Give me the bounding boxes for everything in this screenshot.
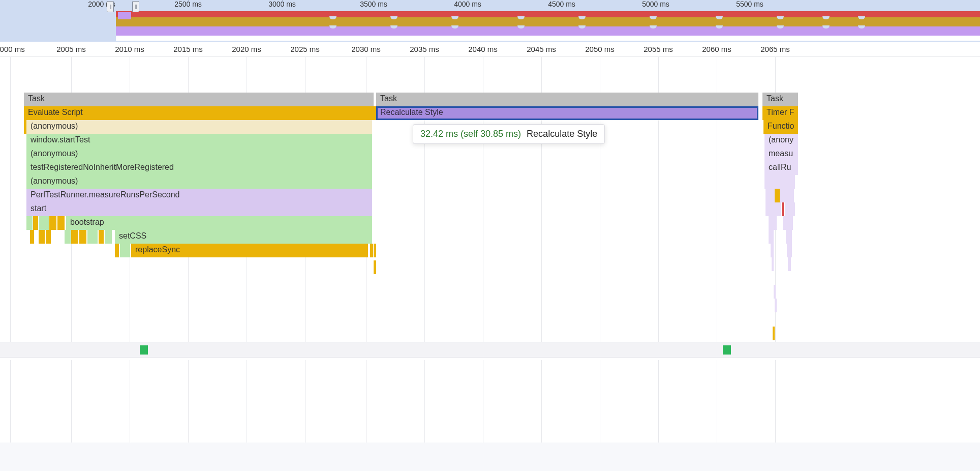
flame-chip[interactable] (120, 244, 130, 257)
flame-chip[interactable] (87, 230, 98, 244)
flame-timer-fired[interactable]: Timer F (762, 106, 798, 120)
ruler-tick: 2055 ms (644, 45, 673, 53)
ruler-tick: 2010 ms (115, 45, 144, 53)
flame-chip[interactable] (374, 260, 376, 274)
flame-chip[interactable] (775, 189, 780, 202)
ruler-tick: 2000 ms (0, 45, 25, 53)
ruler-tick: 2060 ms (702, 45, 731, 53)
flame-chip[interactable] (79, 230, 86, 244)
flame-anonymous[interactable]: (anony (764, 134, 798, 148)
flame-chip[interactable] (39, 230, 45, 244)
flame-chip[interactable] (774, 285, 776, 299)
flame-chip[interactable] (26, 216, 33, 230)
overview-tick: 4500 ms (548, 0, 575, 9)
overview-tick: 2500 ms (174, 0, 202, 9)
task-bar[interactable]: Task (24, 93, 374, 106)
flame-chip[interactable] (782, 202, 784, 216)
flame-chip[interactable] (772, 257, 774, 271)
flame-chip[interactable] (775, 299, 777, 312)
flame-chip[interactable] (370, 244, 373, 257)
flame-recalculate-style-selected[interactable]: Recalculate Style (376, 106, 758, 120)
ruler-tick: 2025 ms (290, 45, 320, 53)
flame-chip[interactable] (57, 216, 65, 230)
task-label: Task (24, 93, 49, 103)
gridline (10, 57, 11, 443)
flame-perftestrunner[interactable]: PerfTestRunner.measureRunsPerSecond (26, 189, 372, 202)
flame-chip[interactable] (764, 175, 795, 189)
flame-callrun[interactable]: callRu (764, 161, 798, 175)
overview-tick: 4000 ms (454, 0, 481, 9)
flame-window-starttest[interactable]: window.startTest (26, 134, 372, 148)
flame-chip[interactable] (71, 230, 78, 244)
flame-evaluate-script[interactable]: Evaluate Script (24, 106, 374, 120)
ruler-tick: 2035 ms (410, 45, 439, 53)
flame-chip[interactable] (24, 120, 26, 134)
overview-chunk (118, 12, 131, 19)
bottom-marker[interactable] (140, 345, 148, 355)
flame-chip[interactable] (769, 230, 774, 244)
overview-band-scripting (116, 17, 980, 26)
flame-chip[interactable] (765, 189, 794, 202)
flame-chip[interactable] (785, 202, 795, 216)
flame-chip[interactable] (105, 230, 112, 244)
ruler-tick: 2045 ms (527, 45, 556, 53)
tooltip-label: Recalculate Style (527, 129, 597, 139)
timeline-ruler[interactable]: 2000 ms2005 ms2010 ms2015 ms2020 ms2025 … (0, 42, 980, 57)
flamechart-main[interactable]: Task Evaluate Script (anonymous) window.… (0, 57, 980, 443)
ruler-tick: 2050 ms (585, 45, 615, 53)
flame-bootstrap[interactable]: bootstrap (66, 216, 372, 230)
overview-tick: 3000 ms (268, 0, 296, 9)
ruler-tick: 2030 ms (351, 45, 381, 53)
flame-chip[interactable] (374, 244, 376, 257)
flame-testregistered[interactable]: testRegisteredNoInheritMoreRegistered (26, 161, 372, 175)
bottom-marker-track[interactable] (0, 342, 980, 357)
flame-start[interactable]: start (26, 202, 372, 216)
flame-chip[interactable] (46, 230, 51, 244)
flame-chip[interactable] (769, 216, 777, 230)
flame-chip[interactable] (49, 216, 56, 230)
ruler-tick: 2005 ms (56, 45, 86, 53)
track-separator (0, 357, 980, 360)
flame-replacesync[interactable]: replaceSync (131, 244, 368, 257)
flame-setcss[interactable]: setCSS (115, 230, 372, 244)
flame-chip[interactable] (115, 244, 119, 257)
flame-chip[interactable] (30, 230, 34, 244)
flame-chip[interactable] (788, 257, 791, 271)
ruler-tick: 2065 ms (760, 45, 790, 53)
flame-chip[interactable] (786, 230, 792, 244)
task-label: Task (376, 93, 401, 103)
flame-anonymous[interactable]: (anonymous) (26, 148, 372, 161)
bottom-marker[interactable] (723, 345, 731, 355)
flame-chip[interactable] (771, 244, 774, 257)
flame-chip[interactable] (783, 216, 793, 230)
overview-mini-flamechart[interactable] (116, 11, 980, 41)
overview-tick: 5500 ms (736, 0, 763, 9)
flame-chip[interactable] (33, 216, 38, 230)
task-bar[interactable]: Task (376, 93, 758, 106)
flame-chip[interactable] (65, 230, 71, 244)
overview-tick: 3500 ms (360, 0, 387, 9)
overview-range-handle-left[interactable]: || (107, 1, 114, 12)
flame-anonymous[interactable]: (anonymous) (26, 120, 372, 134)
overview-range-handle-right[interactable]: || (132, 1, 139, 12)
flame-chip[interactable] (39, 216, 49, 230)
flame-chip[interactable] (787, 244, 792, 257)
flamechart-tooltip: 32.42 ms (self 30.85 ms) Recalculate Sty… (413, 124, 605, 144)
task-bar[interactable]: Task (762, 93, 798, 106)
flame-function[interactable]: Functio (763, 120, 798, 134)
tooltip-time: 32.42 ms (self 30.85 ms) (420, 129, 521, 139)
ruler-tick: 2040 ms (468, 45, 498, 53)
ruler-tick: 2015 ms (173, 45, 203, 53)
overview-band-longtask (116, 11, 980, 17)
flame-anonymous[interactable]: (anonymous) (26, 175, 372, 189)
overview-tick: 5000 ms (642, 0, 669, 9)
flame-chip[interactable] (773, 327, 775, 340)
overview-band-rendering (116, 26, 980, 36)
task-label: Task (762, 93, 787, 103)
flame-measure[interactable]: measu (764, 148, 798, 161)
timeline-overview[interactable]: 0 ms2000 ms2500 ms3000 ms3500 ms4000 ms4… (0, 0, 980, 42)
flame-chip[interactable] (765, 202, 781, 216)
flame-chip[interactable] (99, 230, 104, 244)
ruler-tick: 2020 ms (232, 45, 261, 53)
